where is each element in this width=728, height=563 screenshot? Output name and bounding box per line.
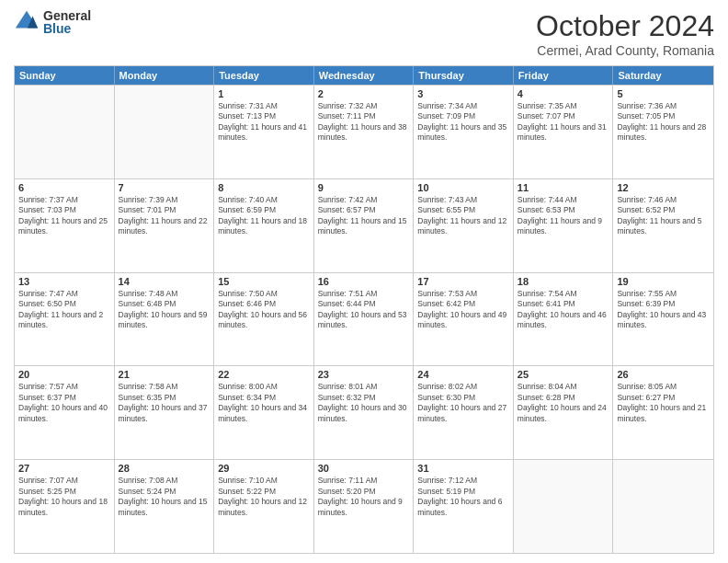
day-number: 20 [18,369,110,380]
cal-cell: 14Sunrise: 7:48 AMSunset: 6:48 PMDayligh… [115,273,215,366]
logo-blue: Blue [43,22,91,35]
cal-cell: 23Sunrise: 8:01 AMSunset: 6:32 PMDayligh… [314,366,415,459]
week-row-2: 6Sunrise: 7:37 AMSunset: 7:03 PMDaylight… [15,178,713,272]
day-number: 30 [318,463,410,474]
day-number: 27 [18,463,110,474]
cal-cell: 2Sunrise: 7:32 AMSunset: 7:11 PMDaylight… [314,86,415,178]
cell-info: Sunrise: 7:48 AMSunset: 6:48 PMDaylight:… [119,289,210,331]
logo-text: General Blue [43,9,91,35]
day-number: 5 [617,88,710,99]
cell-info: Sunrise: 7:35 AMSunset: 7:07 PMDaylight:… [518,101,609,144]
day-number: 6 [18,182,110,193]
cal-cell: 29Sunrise: 7:10 AMSunset: 5:22 PMDayligh… [214,460,314,553]
day-number: 22 [218,369,310,380]
cell-info: Sunrise: 7:47 AMSunset: 6:50 PMDaylight:… [18,289,110,331]
day-number: 31 [417,463,509,474]
day-number: 13 [18,276,110,287]
cal-cell: 3Sunrise: 7:34 AMSunset: 7:09 PMDaylight… [414,86,514,178]
week-row-4: 20Sunrise: 7:57 AMSunset: 6:37 PMDayligh… [15,365,713,459]
cell-info: Sunrise: 7:07 AMSunset: 5:25 PMDaylight:… [18,476,110,518]
cal-cell: 13Sunrise: 7:47 AMSunset: 6:50 PMDayligh… [15,273,115,366]
day-header-tuesday: Tuesday [214,66,314,85]
cal-cell [613,460,713,553]
title-area: October 2024 Cermei, Arad County, Romani… [536,9,714,58]
cell-info: Sunrise: 8:01 AMSunset: 6:32 PMDaylight:… [318,382,410,424]
logo-general: General [43,9,91,22]
cal-cell: 31Sunrise: 7:12 AMSunset: 5:19 PMDayligh… [414,460,514,553]
header: General Blue October 2024 Cermei, Arad C… [14,9,714,58]
cal-cell: 20Sunrise: 7:57 AMSunset: 6:37 PMDayligh… [15,366,115,459]
cell-info: Sunrise: 7:08 AMSunset: 5:24 PMDaylight:… [119,476,210,518]
day-number: 21 [119,369,210,380]
logo: General Blue [14,9,91,35]
cell-info: Sunrise: 7:57 AMSunset: 6:37 PMDaylight:… [18,382,110,424]
cell-info: Sunrise: 7:36 AMSunset: 7:05 PMDaylight:… [617,101,710,144]
day-number: 23 [318,369,410,380]
day-number: 26 [617,369,710,380]
week-row-1: 1Sunrise: 7:31 AMSunset: 7:13 PMDaylight… [15,85,713,178]
day-header-thursday: Thursday [414,66,514,85]
logo-icon [14,9,40,35]
day-number: 1 [218,88,310,99]
day-number: 28 [119,463,210,474]
cell-info: Sunrise: 7:58 AMSunset: 6:35 PMDaylight:… [119,382,210,424]
cal-cell: 10Sunrise: 7:43 AMSunset: 6:55 PMDayligh… [414,179,514,272]
cell-info: Sunrise: 7:46 AMSunset: 6:52 PMDaylight:… [617,195,710,237]
day-number: 10 [417,182,509,193]
cal-cell: 5Sunrise: 7:36 AMSunset: 7:05 PMDaylight… [613,86,713,178]
cell-info: Sunrise: 7:32 AMSunset: 7:11 PMDaylight:… [318,101,410,144]
cal-cell [514,460,614,553]
day-number: 4 [518,88,609,99]
cell-info: Sunrise: 8:04 AMSunset: 6:28 PMDaylight:… [518,382,609,424]
cal-cell: 9Sunrise: 7:42 AMSunset: 6:57 PMDaylight… [314,179,415,272]
cal-cell: 16Sunrise: 7:51 AMSunset: 6:44 PMDayligh… [314,273,415,366]
cal-cell: 28Sunrise: 7:08 AMSunset: 5:24 PMDayligh… [115,460,215,553]
cal-cell: 27Sunrise: 7:07 AMSunset: 5:25 PMDayligh… [15,460,115,553]
cal-cell: 25Sunrise: 8:04 AMSunset: 6:28 PMDayligh… [514,366,614,459]
day-header-wednesday: Wednesday [314,66,415,85]
page: General Blue October 2024 Cermei, Arad C… [0,0,728,563]
cell-info: Sunrise: 7:44 AMSunset: 6:53 PMDaylight:… [518,195,609,237]
cell-info: Sunrise: 8:00 AMSunset: 6:34 PMDaylight:… [218,382,310,424]
cell-info: Sunrise: 7:43 AMSunset: 6:55 PMDaylight:… [417,195,509,237]
cal-cell: 24Sunrise: 8:02 AMSunset: 6:30 PMDayligh… [414,366,514,459]
day-number: 9 [318,182,410,193]
day-number: 25 [518,369,609,380]
day-number: 24 [417,369,509,380]
cell-info: Sunrise: 7:50 AMSunset: 6:46 PMDaylight:… [218,289,310,331]
cal-cell: 18Sunrise: 7:54 AMSunset: 6:41 PMDayligh… [514,273,614,366]
day-number: 14 [119,276,210,287]
cal-cell: 26Sunrise: 8:05 AMSunset: 6:27 PMDayligh… [613,366,713,459]
cell-info: Sunrise: 7:10 AMSunset: 5:22 PMDaylight:… [218,476,310,518]
cell-info: Sunrise: 8:02 AMSunset: 6:30 PMDaylight:… [417,382,509,424]
cal-cell: 15Sunrise: 7:50 AMSunset: 6:46 PMDayligh… [214,273,314,366]
calendar-header: SundayMondayTuesdayWednesdayThursdayFrid… [15,66,713,85]
calendar: SundayMondayTuesdayWednesdayThursdayFrid… [14,65,714,554]
location: Cermei, Arad County, Romania [536,43,714,58]
cell-info: Sunrise: 7:11 AMSunset: 5:20 PMDaylight:… [318,476,410,518]
cell-info: Sunrise: 7:12 AMSunset: 5:19 PMDaylight:… [417,476,509,518]
cal-cell: 22Sunrise: 8:00 AMSunset: 6:34 PMDayligh… [214,366,314,459]
week-row-3: 13Sunrise: 7:47 AMSunset: 6:50 PMDayligh… [15,272,713,366]
cell-info: Sunrise: 7:39 AMSunset: 7:01 PMDaylight:… [119,195,210,237]
cell-info: Sunrise: 8:05 AMSunset: 6:27 PMDaylight:… [617,382,710,424]
day-number: 3 [417,88,509,99]
cal-cell: 11Sunrise: 7:44 AMSunset: 6:53 PMDayligh… [514,179,614,272]
cell-info: Sunrise: 7:31 AMSunset: 7:13 PMDaylight:… [218,101,310,144]
cal-cell: 6Sunrise: 7:37 AMSunset: 7:03 PMDaylight… [15,179,115,272]
cal-cell: 1Sunrise: 7:31 AMSunset: 7:13 PMDaylight… [214,86,314,178]
day-number: 7 [119,182,210,193]
cal-cell [15,86,115,178]
day-number: 29 [218,463,310,474]
cal-cell: 30Sunrise: 7:11 AMSunset: 5:20 PMDayligh… [314,460,415,553]
day-header-saturday: Saturday [613,66,713,85]
day-header-friday: Friday [514,66,614,85]
cal-cell: 21Sunrise: 7:58 AMSunset: 6:35 PMDayligh… [115,366,215,459]
day-number: 8 [218,182,310,193]
day-number: 15 [218,276,310,287]
month-title: October 2024 [536,9,714,43]
cell-info: Sunrise: 7:55 AMSunset: 6:39 PMDaylight:… [617,289,710,331]
cal-cell: 12Sunrise: 7:46 AMSunset: 6:52 PMDayligh… [613,179,713,272]
week-row-5: 27Sunrise: 7:07 AMSunset: 5:25 PMDayligh… [15,459,713,553]
cal-cell [115,86,215,178]
